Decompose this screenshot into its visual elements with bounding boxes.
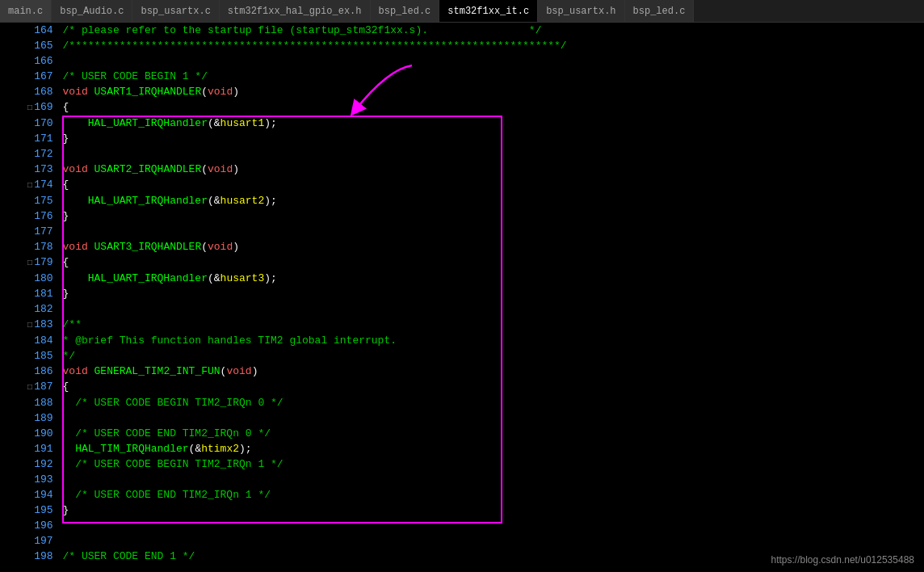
- line-row: 184 * @brief This function handles TIM2 …: [0, 333, 924, 348]
- line-code: */: [60, 348, 924, 364]
- line-code: [60, 533, 924, 549]
- line-code: /* USER CODE BEGIN 1 */: [60, 69, 924, 84]
- line-row: 172: [0, 146, 924, 162]
- line-row: 175 HAL_UART_IRQHandler(&husart2);: [0, 193, 924, 208]
- line-code: {: [60, 177, 924, 193]
- line-number: □169: [0, 99, 60, 116]
- tab-bsp-audio[interactable]: bsp_Audio.c: [52, 0, 132, 23]
- line-row: 182: [0, 301, 924, 317]
- line-code: void USART3_IRQHANDLER(void): [60, 239, 924, 254]
- watermark: https://blog.csdn.net/u012535488: [771, 554, 914, 566]
- line-number: 182: [0, 301, 60, 317]
- tab-stm32-it[interactable]: stm32f1xx_it.c: [439, 0, 538, 23]
- line-row: □187 {: [0, 379, 924, 395]
- line-code: * @brief This function handles TIM2 glob…: [60, 333, 924, 348]
- line-number: 196: [0, 518, 60, 533]
- tab-stm32-gpio[interactable]: stm32f1xx_hal_gpio_ex.h: [220, 0, 371, 23]
- line-code: }: [60, 208, 924, 224]
- line-number: 188: [0, 395, 60, 410]
- line-code: [60, 472, 924, 487]
- line-row: 176 }: [0, 208, 924, 224]
- line-code: [60, 518, 924, 533]
- line-row: 177: [0, 224, 924, 239]
- tab-bar: main.c bsp_Audio.c bsp_usartx.c stm32f1x…: [0, 0, 924, 23]
- line-number: 164: [0, 23, 60, 38]
- line-number: 175: [0, 193, 60, 208]
- line-code: [60, 146, 924, 162]
- line-row: 186 void GENERAL_TIM2_INT_FUN(void): [0, 364, 924, 379]
- line-number: 192: [0, 456, 60, 472]
- line-number: 176: [0, 208, 60, 224]
- fold-icon[interactable]: □: [27, 103, 32, 112]
- fold-icon[interactable]: □: [27, 259, 32, 267]
- line-number: 198: [0, 549, 60, 564]
- line-number: 173: [0, 162, 60, 177]
- line-number: 193: [0, 472, 60, 487]
- line-number: 197: [0, 533, 60, 549]
- code-area: 164 /* please refer to the startup file …: [0, 23, 924, 572]
- tab-bsp-usartx-h[interactable]: bsp_usartx.h: [538, 0, 624, 23]
- line-code: [60, 224, 924, 239]
- line-number: 178: [0, 239, 60, 254]
- line-number: □179: [0, 254, 60, 271]
- line-code: HAL_UART_IRQHandler(&husart2);: [60, 193, 924, 208]
- line-row: 178 void USART3_IRQHANDLER(void): [0, 239, 924, 254]
- line-number: 184: [0, 333, 60, 348]
- line-code: /* USER CODE END TIM2_IRQn 1 */: [60, 487, 924, 503]
- line-row: 190 /* USER CODE END TIM2_IRQn 0 */: [0, 426, 924, 441]
- line-row: 189: [0, 410, 924, 426]
- line-number: 165: [0, 38, 60, 53]
- line-row: 168 void USART1_IRQHANDLER(void): [0, 84, 924, 99]
- line-code: /* USER CODE BEGIN TIM2_IRQn 1 */: [60, 456, 924, 472]
- line-row: □174 {: [0, 177, 924, 193]
- line-code: HAL_TIM_IRQHandler(&htimx2);: [60, 441, 924, 456]
- line-number: □183: [0, 317, 60, 333]
- line-row: □183 /**: [0, 317, 924, 333]
- tab-main-c[interactable]: main.c: [0, 0, 52, 23]
- line-row: 197: [0, 533, 924, 549]
- line-number: □174: [0, 177, 60, 193]
- fold-icon[interactable]: □: [27, 383, 32, 392]
- fold-icon[interactable]: □: [27, 321, 32, 330]
- line-row: 192 /* USER CODE BEGIN TIM2_IRQn 1 */: [0, 456, 924, 472]
- line-number: 195: [0, 503, 60, 518]
- line-number: 170: [0, 116, 60, 131]
- line-number: 168: [0, 84, 60, 99]
- line-number: 181: [0, 286, 60, 301]
- code-table: 164 /* please refer to the startup file …: [0, 23, 924, 564]
- line-code: /* USER CODE BEGIN TIM2_IRQn 0 */: [60, 395, 924, 410]
- line-row: 170 HAL_UART_IRQHandler(&husart1);: [0, 116, 924, 131]
- line-row: 167 /* USER CODE BEGIN 1 */: [0, 69, 924, 84]
- line-row: 191 HAL_TIM_IRQHandler(&htimx2);: [0, 441, 924, 456]
- line-number: 190: [0, 426, 60, 441]
- line-number: 194: [0, 487, 60, 503]
- line-row: 164 /* please refer to the startup file …: [0, 23, 924, 38]
- line-code: void GENERAL_TIM2_INT_FUN(void): [60, 364, 924, 379]
- tab-bsp-led[interactable]: bsp_led.c: [371, 0, 440, 23]
- line-row: 173 void USART2_IRQHANDLER(void): [0, 162, 924, 177]
- tab-bsp-usartx[interactable]: bsp_usartx.c: [132, 0, 219, 23]
- fold-icon[interactable]: □: [27, 181, 32, 190]
- line-code: }: [60, 286, 924, 301]
- line-number: 180: [0, 271, 60, 286]
- line-row: 185 */: [0, 348, 924, 364]
- line-code: [60, 53, 924, 69]
- line-number: 166: [0, 53, 60, 69]
- line-code: HAL_UART_IRQHandler(&husart3);: [60, 271, 924, 286]
- line-number: 185: [0, 348, 60, 364]
- line-code: [60, 301, 924, 317]
- line-number: 189: [0, 410, 60, 426]
- line-row: 195 }: [0, 503, 924, 518]
- line-code: {: [60, 254, 924, 271]
- line-row: 194 /* USER CODE END TIM2_IRQn 1 */: [0, 487, 924, 503]
- line-row: 166: [0, 53, 924, 69]
- line-code: /**: [60, 317, 924, 333]
- line-code: }: [60, 503, 924, 518]
- line-row: □179 {: [0, 254, 924, 271]
- line-code: /* please refer to the startup file (sta…: [60, 23, 924, 38]
- line-code: void USART2_IRQHANDLER(void): [60, 162, 924, 177]
- line-code: [60, 410, 924, 426]
- line-row: 188 /* USER CODE BEGIN TIM2_IRQn 0 */: [0, 395, 924, 410]
- line-code: HAL_UART_IRQHandler(&husart1);: [60, 116, 924, 131]
- tab-bsp-led-c[interactable]: bsp_led.c: [625, 0, 695, 23]
